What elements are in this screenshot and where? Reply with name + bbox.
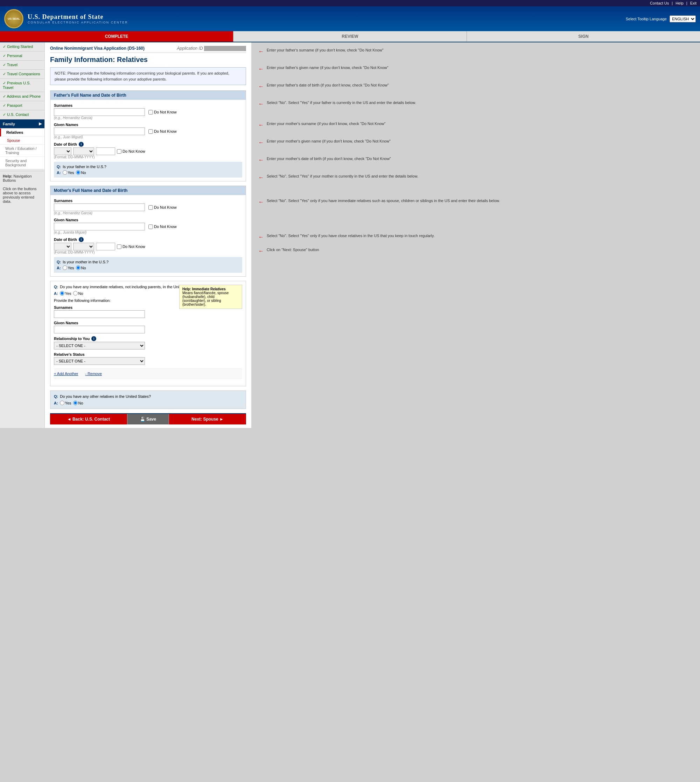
father-no-radio[interactable]	[76, 170, 80, 175]
father-given-names-do-not-know-checkbox[interactable]	[148, 129, 153, 134]
help-link[interactable]: Help	[675, 1, 683, 5]
mother-surnames-label: Surnames	[54, 199, 242, 203]
father-surnames-do-not-know-checkbox[interactable]	[148, 110, 153, 115]
arrow-icon-4: ←	[258, 101, 264, 107]
nav-tabs: COMPLETE REVIEW SIGN	[0, 31, 700, 42]
sidebar-item-address-phone[interactable]: ✓ Address and Phone	[0, 92, 45, 101]
immediate-no-radio[interactable]	[73, 291, 78, 296]
father-given-names-do-not-know-label[interactable]: Do Not Know	[148, 129, 177, 134]
other-a-label: A:	[54, 401, 58, 405]
mother-surnames-placeholder-text: (e.g., Hernandez Garcia)	[54, 211, 242, 215]
add-another-link[interactable]: + Add Another	[54, 371, 78, 376]
immediate-relatives-section: Q: Do you have any immediate relatives, …	[50, 281, 246, 386]
page-title: Family Information: Relatives	[50, 56, 246, 64]
tooltip-language-select[interactable]: ENGLISH	[670, 15, 696, 22]
sidebar-item-travel-companions[interactable]: ✓ Travel Companions	[0, 70, 45, 79]
tab-complete[interactable]: COMPLETE	[0, 31, 233, 42]
sidebar-item-us-contact[interactable]: ✓ U.S. Contact	[0, 110, 45, 119]
content-area: Online Nonimmigrant Visa Application (DS…	[45, 42, 251, 428]
mother-dob-do-not-know-checkbox[interactable]	[117, 244, 122, 249]
sidebar-item-security[interactable]: Security and Background	[0, 157, 45, 169]
sidebar-item-family[interactable]: Family▶	[0, 119, 45, 129]
mother-surnames-do-not-know-label[interactable]: Do Not Know	[148, 205, 177, 210]
other-yes-label[interactable]: Yes	[60, 401, 72, 405]
other-yes-radio[interactable]	[60, 401, 64, 405]
mother-q-label: Q:	[57, 260, 61, 264]
mother-dob-do-not-know-label[interactable]: Do Not Know	[117, 244, 145, 249]
mother-yes-radio[interactable]	[63, 266, 67, 270]
sidebar-item-passport[interactable]: ✓ Passport	[0, 101, 45, 110]
father-dob-info-icon[interactable]: i	[79, 142, 83, 147]
header: US SEAL U.S. Department of State CONSULA…	[0, 6, 700, 31]
relative-relationship-select[interactable]: - SELECT ONE -	[54, 342, 145, 349]
relative-given-names-label: Given Names	[54, 321, 242, 325]
annotation-text-3: Enter your father's date of birth (if yo…	[267, 83, 389, 88]
mother-no-radio[interactable]	[76, 266, 80, 270]
mother-dob-group: Date of Birth i Do Not Know (Format: DD-…	[54, 237, 242, 254]
father-surnames-input[interactable]	[54, 108, 145, 116]
annotation-4: ← Select "No". Select "Yes" if your fath…	[258, 100, 693, 107]
exit-link[interactable]: Exit	[690, 1, 697, 5]
mother-dob-year-input[interactable]	[96, 243, 115, 251]
relative-surnames-input[interactable]	[54, 310, 145, 318]
annotation-text-7: Enter your mother's date of birth (if yo…	[267, 156, 391, 162]
father-given-names-input[interactable]	[54, 127, 145, 135]
footer-navigation: ◄ Back: U.S. Contact 💾 Save Next: Spouse…	[50, 413, 246, 424]
father-surnames-label: Surnames	[54, 103, 242, 107]
annotation-6: ← Enter your mother's given name (if you…	[258, 139, 693, 146]
mother-dob-day-select[interactable]	[54, 243, 72, 251]
mother-dob-label: Date of Birth	[54, 237, 77, 242]
arrow-icon-6: ←	[258, 139, 264, 146]
father-dob-day-select[interactable]	[54, 147, 72, 155]
relative-given-names-input[interactable]	[54, 326, 145, 333]
tab-review[interactable]: REVIEW	[233, 31, 467, 42]
father-surnames-placeholder-text: (e.g., Hernandez Garcia)	[54, 116, 242, 120]
seal-logo: US SEAL	[4, 9, 23, 28]
other-no-label[interactable]: No	[73, 401, 83, 405]
sidebar-item-spouse[interactable]: Spouse	[0, 137, 45, 145]
sidebar-item-personal[interactable]: ✓ Personal	[0, 52, 45, 60]
father-dob-year-input[interactable]	[96, 147, 115, 155]
relative-relationship-info-icon[interactable]: i	[92, 336, 96, 341]
sidebar-item-work-education[interactable]: Work / Education / Training	[0, 145, 45, 157]
sidebar-item-relatives[interactable]: Relatives	[0, 129, 45, 137]
sidebar-item-travel[interactable]: ✓ Travel	[0, 60, 45, 70]
contact-us-link[interactable]: Contact Us	[650, 1, 669, 5]
sidebar-item-getting-started[interactable]: ✓ Getting Started	[0, 42, 45, 52]
tab-sign[interactable]: SIGN	[467, 31, 700, 42]
annotation-text-10: Select "No". Select "Yes" only if you ha…	[267, 233, 435, 239]
father-dob-month-select[interactable]	[73, 147, 94, 155]
immediate-yes-radio[interactable]	[60, 291, 64, 296]
relative-relationship-group: Relationship to You i - SELECT ONE -	[54, 336, 242, 349]
father-yes-radio[interactable]	[63, 170, 67, 175]
immediate-no-label[interactable]: No	[73, 291, 83, 296]
back-button[interactable]: ◄ Back: U.S. Contact	[50, 414, 127, 424]
relative-status-label: Relative's Status	[54, 352, 242, 356]
remove-link[interactable]: - Remove	[85, 371, 102, 376]
relative-status-select[interactable]: - SELECT ONE -	[54, 357, 145, 365]
father-surnames-do-not-know-label[interactable]: Do Not Know	[148, 110, 177, 115]
mother-given-names-do-not-know-label[interactable]: Do Not Know	[148, 224, 177, 229]
mother-dob-month-select[interactable]	[73, 243, 94, 251]
mother-given-names-input[interactable]	[54, 223, 145, 231]
father-yes-label[interactable]: Yes	[63, 170, 74, 175]
mother-no-label[interactable]: No	[76, 266, 86, 270]
mother-yes-label[interactable]: Yes	[63, 266, 74, 270]
add-remove-row: + Add Another - Remove	[54, 368, 242, 379]
next-button[interactable]: Next: Spouse ►	[169, 414, 246, 424]
father-no-label[interactable]: No	[76, 170, 86, 175]
father-dob-do-not-know-checkbox[interactable]	[117, 149, 122, 154]
father-given-names-label: Given Names	[54, 122, 242, 127]
annotation-5: ← Enter your mother's surname (if you do…	[258, 121, 693, 128]
other-no-radio[interactable]	[73, 401, 78, 405]
mother-given-names-do-not-know-checkbox[interactable]	[148, 224, 153, 229]
mother-surnames-input[interactable]	[54, 204, 145, 211]
sidebar-item-previous-us-travel[interactable]: ✓ Previous U.S. Travel	[0, 79, 45, 92]
father-dob-do-not-know-label[interactable]: Do Not Know	[117, 149, 145, 154]
save-button[interactable]: 💾 Save	[127, 414, 169, 424]
mother-surnames-do-not-know-checkbox[interactable]	[148, 205, 153, 210]
mother-dob-info-icon[interactable]: i	[79, 237, 83, 242]
immediate-yes-label[interactable]: Yes	[60, 291, 72, 296]
arrow-icon-7: ←	[258, 157, 264, 163]
other-q-label: Q:	[54, 394, 58, 399]
